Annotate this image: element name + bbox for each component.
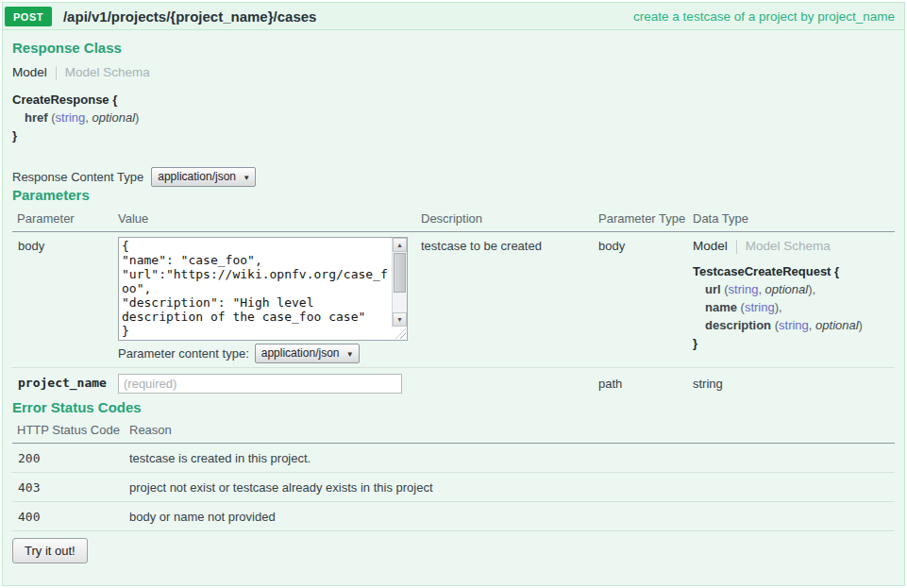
parameters-table-header: Parameter Value Description Parameter Ty… <box>12 208 895 232</box>
parameter-data-type-body: Model Model Schema TestcaseCreateRequest… <box>693 237 895 352</box>
field-name: name <box>705 300 737 314</box>
column-parameter-type: Parameter Type <box>598 211 693 226</box>
http-method-badge: POST <box>5 7 52 26</box>
response-model-signature: CreateResponse { href (string, optional)… <box>12 91 895 144</box>
field-type: string <box>729 282 759 296</box>
field-optional-flag: optional <box>92 110 136 125</box>
field-optional-flag: optional <box>815 318 859 332</box>
field-open-paren: ( <box>771 318 779 332</box>
field-open-paren: ( <box>721 282 729 296</box>
parameter-row-body: body { "name": "case_foo", "url":"https:… <box>12 232 895 368</box>
textarea-scrollbar[interactable]: ▲ ▼ <box>392 238 407 327</box>
tab-divider <box>736 240 737 254</box>
signature-closing-brace: } <box>693 334 895 352</box>
project-name-input[interactable] <box>118 374 402 394</box>
field-close-paren: ), <box>808 282 815 296</box>
field-type: string <box>779 318 809 332</box>
parameter-value-cell <box>118 374 421 394</box>
field-open-paren: ( <box>48 110 56 125</box>
status-code: 403 <box>12 473 129 501</box>
response-content-type-select-wrap: application/json ▼ <box>151 167 256 187</box>
parameter-content-type-row: Parameter content type: application/json… <box>118 344 421 363</box>
field-type: string <box>745 300 775 314</box>
error-table-header: HTTP Status Code Reason <box>12 418 895 444</box>
response-content-type-select[interactable]: application/json <box>151 167 256 187</box>
parameter-name-body: body <box>12 237 118 253</box>
response-content-type-row: Response Content Type application/json ▼ <box>12 167 895 187</box>
parameter-content-type-label: Parameter content type: <box>118 346 249 361</box>
tab-divider <box>56 66 57 80</box>
column-value: Value <box>118 211 421 226</box>
signature-field-url: url (string, optional), <box>693 280 895 298</box>
signature-declaration: TestcaseCreateRequest { <box>693 262 895 280</box>
response-model-tabs: Model Model Schema <box>12 65 895 80</box>
tab-model[interactable]: Model <box>693 239 728 254</box>
status-code: 400 <box>12 502 129 530</box>
body-textarea-wrap: { "name": "case_foo", "url":"https://wik… <box>118 237 408 341</box>
response-content-type-label: Response Content Type <box>12 170 143 184</box>
swagger-post-operation: POST /api/v1/projects/{project_name}/cas… <box>2 2 905 586</box>
column-http-status-code: HTTP Status Code <box>12 423 129 437</box>
error-codes-title: Error Status Codes <box>12 399 895 416</box>
field-open-paren: ( <box>737 300 745 314</box>
parameter-content-type-select[interactable]: application/json <box>255 344 360 363</box>
operation-content: Response Class Model Model Schema Create… <box>2 30 905 586</box>
scroll-down-icon[interactable]: ▼ <box>393 312 407 327</box>
tab-model[interactable]: Model <box>12 65 47 80</box>
signature-field-href: href (string, optional) <box>12 109 895 126</box>
response-class-title: Response Class <box>12 40 895 57</box>
field-optional-flag: optional <box>765 282 809 296</box>
error-row-200: 200 testcase is created in this project. <box>12 444 895 473</box>
tab-model-schema[interactable]: Model Schema <box>746 239 831 254</box>
signature-field-name: name (string), <box>693 298 895 316</box>
scroll-up-icon[interactable]: ▲ <box>393 238 407 252</box>
endpoint-path-link[interactable]: /api/v1/projects/{project_name}/cases <box>63 8 316 25</box>
parameter-description-body: testcase to be created <box>421 237 598 253</box>
tab-model-schema[interactable]: Model Schema <box>65 65 150 80</box>
error-row-403: 403 project not exist or testcase alread… <box>12 473 895 502</box>
signature-closing-brace: } <box>12 126 895 144</box>
parameter-type-project-name: path <box>598 374 693 391</box>
field-name: description <box>705 318 771 332</box>
field-close-paren: ), <box>775 300 782 314</box>
parameter-row-project-name: project_name path string <box>12 368 895 399</box>
field-type: string <box>56 110 86 125</box>
column-data-type: Data Type <box>693 211 895 226</box>
field-close-paren: ) <box>859 318 863 332</box>
parameter-value-cell: { "name": "case_foo", "url":"https://wik… <box>118 237 421 363</box>
field-name: url <box>705 282 721 296</box>
try-it-out-button[interactable]: Try it out! <box>12 538 88 563</box>
parameter-content-type-select-wrap: application/json ▼ <box>255 344 360 363</box>
field-separator: , <box>85 110 92 125</box>
request-model-tabs: Model Model Schema <box>693 239 895 254</box>
request-model-signature: TestcaseCreateRequest { url (string, opt… <box>693 262 895 352</box>
parameter-type-body: body <box>598 237 693 253</box>
signature-field-description: description (string, optional) <box>693 316 895 334</box>
status-code: 200 <box>12 444 129 472</box>
parameters-title: Parameters <box>12 187 895 204</box>
status-reason: project not exist or testcase already ex… <box>129 473 895 501</box>
status-reason: testcase is created in this project. <box>129 444 895 472</box>
parameter-name-project-name: project_name <box>12 374 118 390</box>
field-close-paren: ) <box>135 110 139 125</box>
field-separator: , <box>758 282 764 296</box>
error-row-400: 400 body or name not provided <box>12 502 895 531</box>
status-reason: body or name not provided <box>129 502 895 530</box>
operation-heading: POST /api/v1/projects/{project_name}/cas… <box>2 2 905 30</box>
parameter-data-type-project-name: string <box>693 374 895 391</box>
field-name: href <box>25 110 48 125</box>
field-separator: , <box>809 318 815 332</box>
column-description: Description <box>421 211 598 226</box>
signature-declaration: CreateResponse { <box>12 91 895 109</box>
operation-summary-link[interactable]: create a testcase of a project by projec… <box>633 9 895 24</box>
scrollbar-thumb[interactable] <box>394 253 406 293</box>
column-parameter: Parameter <box>12 211 118 226</box>
column-reason: Reason <box>129 423 895 437</box>
body-parameter-textarea[interactable]: { "name": "case_foo", "url":"https://wik… <box>118 237 408 341</box>
